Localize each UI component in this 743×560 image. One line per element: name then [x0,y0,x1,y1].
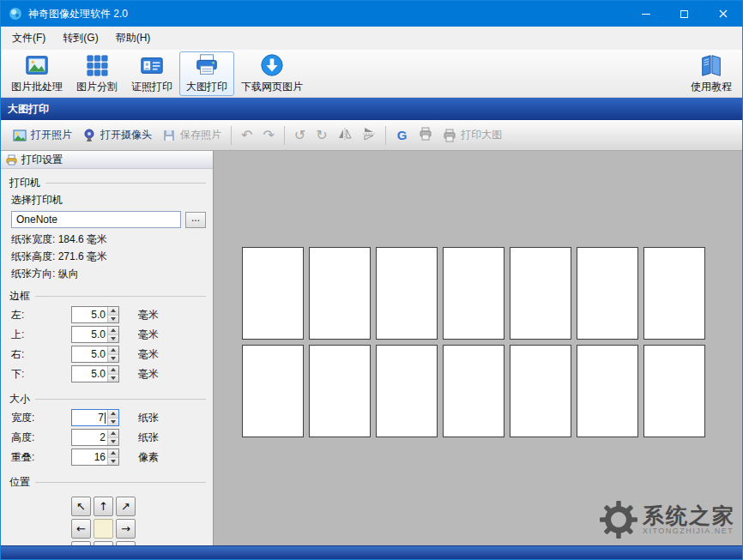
id-photo-print-button[interactable]: 证照打印 [124,51,179,96]
border-left-row: 左: 5.0 毫米 [11,306,206,323]
spin-up-button[interactable] [108,307,118,315]
printer-group: 打印机 选择打印机 OneNote ... 纸张宽度: 184.6 毫米 纸张高… [1,172,213,282]
spin-down-button[interactable] [108,354,118,363]
watermark-domain: XITONGZHIJIA.NET [643,527,735,535]
minimize-button[interactable] [626,1,665,27]
watermark: 系统之家 XITONGZHIJIA.NET [600,501,735,539]
undo-button[interactable]: ↶ [236,127,257,144]
menu-file[interactable]: 文件(F) [3,27,54,50]
toolbar-separator [385,126,386,145]
open-camera-button[interactable]: 打开摄像头 [77,124,157,146]
save-icon [162,129,176,142]
spin-down-button[interactable] [108,374,118,382]
border-bottom-spinner[interactable]: 5.0 [71,365,119,382]
border-right-row: 右: 5.0 毫米 [11,346,206,363]
maximize-button[interactable] [665,1,704,27]
move-left-button[interactable]: ← [71,519,91,539]
tutorial-button[interactable]: 使用教程 [684,51,739,96]
paper-height-info: 纸张高度: 271.6 毫米 [11,250,213,264]
position-group: 位置 ↖ ↑ ↗ ← → ↙ ↓ ↘ [1,472,213,545]
page-cell [443,247,504,340]
spin-down-button[interactable] [108,437,118,446]
rotate-left-button[interactable]: ↺ [289,127,311,144]
move-up-right-button[interactable]: ↗ [116,497,136,516]
width-value: 7 [98,412,104,424]
open-photo-label: 打开照片 [31,128,72,142]
print-preview-button[interactable] [414,125,438,145]
arrow-down-icon [111,317,116,321]
tutorial-book-icon [698,52,724,78]
spin-up-button[interactable] [108,430,118,437]
redo-button[interactable]: ↷ [257,127,279,144]
spin-up-button[interactable] [108,327,118,334]
width-row: 宽度: 7 纸张 [11,409,206,426]
panel-header: 打印设置 [1,151,213,169]
paper-orientation-info: 纸张方向: 纵向 [11,267,213,281]
toolbar-label: 图片分割 [76,80,118,94]
arrow-up-icon [111,368,116,371]
page-cell [309,247,371,340]
batch-photo-button[interactable]: 图片批处理 [4,51,69,96]
arrow-up-icon [111,309,116,312]
height-row: 高度: 2 纸张 [11,429,206,446]
toolbar-separator [231,126,232,145]
border-group: 边框 左: 5.0 毫米 上: 5.0 毫米 [1,286,213,385]
maximize-icon [680,10,688,18]
main-toolbar: 图片批处理 图片分割 证照打印 大图打印 下载网页图片 使用教程 [1,50,742,98]
app-window: 神奇图像处理软件 2.0 文件(F) 转到(G) 帮助(H) 图片批处理 图片分… [0,0,743,560]
text-caret [105,412,106,424]
google-search-button[interactable]: G [390,126,414,144]
size-group: 大小 宽度: 7 纸张 高度: 2 纸张 [1,388,213,468]
arrow-down-icon [111,440,116,443]
status-bar [1,545,742,559]
close-button[interactable] [704,1,742,27]
browse-printer-button[interactable]: ... [185,212,206,228]
download-web-image-button[interactable]: 下载网页图片 [234,51,310,96]
flip-horizontal-button[interactable] [333,126,357,144]
toolbar-label: 大图打印 [186,80,227,94]
spin-up-button[interactable] [108,346,118,354]
border-top-row: 上: 5.0 毫米 [11,326,206,343]
move-right-button[interactable]: → [116,519,136,539]
border-left-spinner[interactable]: 5.0 [71,306,119,323]
border-right-spinner[interactable]: 5.0 [71,346,119,363]
print-large-button[interactable]: 打印大图 [438,124,507,146]
height-spinner[interactable]: 2 [71,429,119,446]
flip-vertical-button[interactable] [357,126,381,144]
center-position-button[interactable] [94,519,113,539]
overlap-spinner[interactable]: 16 [71,449,119,466]
printer-combobox[interactable]: OneNote [11,211,181,228]
menu-help[interactable]: 帮助(H) [107,27,160,50]
open-photo-button[interactable]: 打开照片 [8,124,77,146]
spin-down-button[interactable] [108,334,118,343]
image-split-icon [84,52,110,78]
large-print-button[interactable]: 大图打印 [179,51,234,96]
spin-down-button[interactable] [108,457,118,466]
arrow-down-icon [111,460,116,463]
width-spinner[interactable]: 7 [71,409,119,426]
menu-goto[interactable]: 转到(G) [54,27,106,50]
spin-up-button[interactable] [108,366,118,374]
spin-up-button[interactable] [108,449,118,457]
border-bottom-row: 下: 5.0 毫米 [11,365,206,382]
close-icon [719,9,728,18]
select-printer-label: 选择打印机 [11,193,213,208]
printer-gray-icon [443,129,456,142]
spin-down-button[interactable] [108,315,118,323]
webcam-icon [82,129,96,142]
gear-icon [600,501,637,539]
page-cell [309,345,371,437]
rotate-right-button[interactable]: ↻ [311,127,332,144]
image-split-button[interactable]: 图片分割 [69,51,124,96]
save-photo-button[interactable]: 保存照片 [157,124,227,146]
border-top-spinner[interactable]: 5.0 [71,326,119,343]
spin-down-button[interactable] [108,418,118,426]
move-up-button[interactable]: ↑ [94,497,113,516]
move-up-left-button[interactable]: ↖ [71,497,91,516]
paper-width-info: 纸张宽度: 184.6 毫米 [11,232,213,247]
toolbar-label: 下载网页图片 [241,80,303,94]
flip-vertical-icon [363,127,375,141]
section-header: 大图打印 [1,98,742,120]
menu-bar: 文件(F) 转到(G) 帮助(H) [1,27,742,50]
spin-up-button[interactable] [108,410,118,418]
